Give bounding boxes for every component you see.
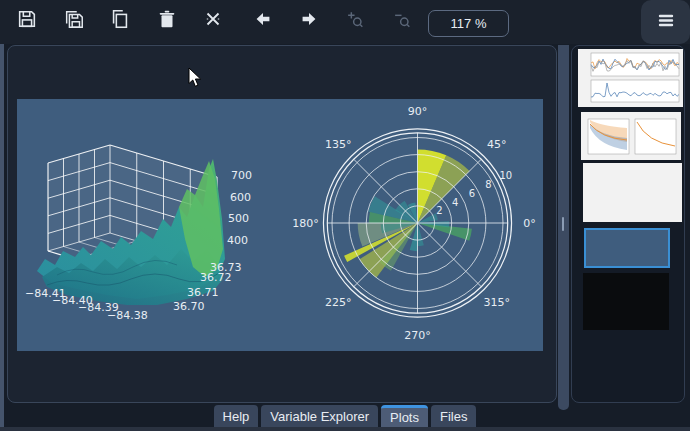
hamburger-icon xyxy=(654,8,678,36)
thumbnail-2-image xyxy=(581,112,681,160)
ytick-label: 36.72 xyxy=(200,271,232,284)
save-plot-button[interactable] xyxy=(12,6,42,36)
zoom-level-value: 117 % xyxy=(451,16,487,31)
plot-thumbnail-5[interactable] xyxy=(583,273,669,330)
zoom-out-icon xyxy=(391,8,413,34)
plot-thumbnail-4-selected[interactable] xyxy=(584,228,670,268)
svg-text:6: 6 xyxy=(469,188,475,199)
save-icon xyxy=(16,8,38,34)
svg-text:180°: 180° xyxy=(292,217,319,230)
svg-text:8: 8 xyxy=(485,179,491,190)
plots-main-pane: 0°45°90°135°180°225°270°315°246810 700 6… xyxy=(7,45,557,403)
next-plot-button[interactable] xyxy=(294,6,324,36)
plot-thumbnail-2[interactable] xyxy=(581,112,681,160)
ytick-label: 36.70 xyxy=(173,300,205,313)
zoom-out-button[interactable] xyxy=(387,6,417,36)
options-menu-button[interactable] xyxy=(641,0,690,44)
svg-text:315°: 315° xyxy=(483,296,510,309)
remove-plot-button[interactable] xyxy=(152,6,182,36)
thumbnail-4-image xyxy=(586,230,668,266)
zoom-in-icon xyxy=(344,8,366,34)
tab-files[interactable]: Files xyxy=(431,405,476,427)
svg-text:2: 2 xyxy=(436,205,442,216)
figure-canvas: 0°45°90°135°180°225°270°315°246810 700 6… xyxy=(17,99,543,351)
ytick-label: 36.71 xyxy=(187,286,219,299)
plots-thumbnail-sidebar xyxy=(571,45,685,403)
zoom-in-button[interactable] xyxy=(340,6,370,36)
svg-text:135°: 135° xyxy=(325,138,352,151)
svg-text:45°: 45° xyxy=(487,138,507,151)
copy-icon xyxy=(109,8,131,34)
arrow-right-icon xyxy=(298,8,320,34)
window-bottom-strip xyxy=(0,427,690,431)
svg-text:225°: 225° xyxy=(325,296,352,309)
xtick-label: −84.38 xyxy=(107,309,148,322)
close-all-icon xyxy=(202,8,224,34)
save-all-plots-button[interactable] xyxy=(59,6,89,36)
svg-text:0°: 0° xyxy=(523,217,536,230)
save-all-icon xyxy=(63,8,85,34)
ztick-label: 500 xyxy=(228,212,249,225)
svg-text:4: 4 xyxy=(452,197,458,208)
polar-axes: 0°45°90°135°180°225°270°315°246810 xyxy=(292,105,536,342)
ztick-label: 400 xyxy=(227,234,248,247)
ztick-label: 700 xyxy=(231,169,252,182)
copy-plot-button[interactable] xyxy=(105,6,135,36)
left-window-edge xyxy=(0,44,4,431)
previous-plot-button[interactable] xyxy=(248,6,278,36)
ztick-label: 600 xyxy=(230,191,251,204)
splitter-handle-icon xyxy=(562,217,564,231)
tab-plots[interactable]: Plots xyxy=(381,405,428,427)
tab-help[interactable]: Help xyxy=(214,405,259,427)
svg-text:90°: 90° xyxy=(408,105,428,118)
thumbnail-1-image xyxy=(578,49,683,107)
remove-all-plots-button[interactable] xyxy=(198,6,228,36)
bottom-tab-bar: Help Variable Explorer Plots Files xyxy=(0,405,690,427)
svg-text:10: 10 xyxy=(499,170,512,181)
thumbnail-5-image xyxy=(583,273,669,330)
plot-thumbnail-3[interactable] xyxy=(583,163,682,222)
arrow-left-icon xyxy=(252,8,274,34)
thumbnail-3-image xyxy=(583,163,682,222)
zoom-level-indicator: 117 % xyxy=(428,10,509,37)
trash-icon xyxy=(156,8,178,34)
tab-variable-explorer[interactable]: Variable Explorer xyxy=(261,405,378,427)
svg-text:270°: 270° xyxy=(404,329,431,342)
plot-thumbnail-1[interactable] xyxy=(578,49,683,107)
pane-splitter[interactable] xyxy=(558,45,569,410)
plots-toolbar: 117 % xyxy=(0,0,690,44)
